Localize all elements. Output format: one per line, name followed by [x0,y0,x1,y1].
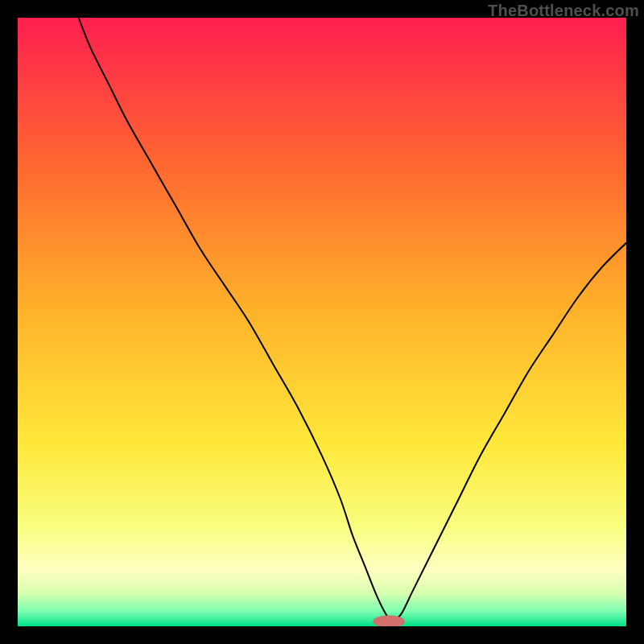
chart-container: TheBottleneck.com [0,0,644,644]
highlight-marker [18,18,626,626]
plot-area [18,18,626,626]
svg-point-1 [374,615,405,626]
